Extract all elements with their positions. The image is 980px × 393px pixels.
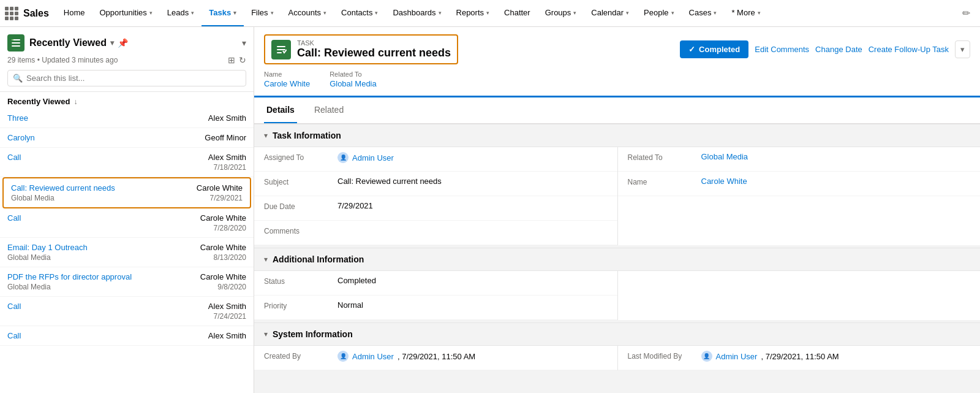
task-type-label: Task bbox=[297, 39, 451, 47]
additional-info-fields: Status Completed ✏ Priority Normal ✏ bbox=[254, 271, 980, 320]
edit-nav-icon[interactable]: ✏ bbox=[957, 5, 975, 21]
header-more-button[interactable]: ▾ bbox=[955, 40, 970, 58]
nav-tasks[interactable]: Tasks ▾ bbox=[202, 0, 244, 26]
chevron-icon: ▾ bbox=[323, 10, 326, 16]
nav-cases[interactable]: Cases ▾ bbox=[682, 0, 725, 26]
list-item[interactable]: Three Alex Smith bbox=[0, 109, 254, 128]
meta-related-value[interactable]: Global Media bbox=[330, 79, 377, 88]
chevron-icon: ▾ bbox=[149, 10, 153, 16]
section-system-info-header[interactable]: ▾ System Information bbox=[254, 322, 980, 346]
chevron-icon: ▾ bbox=[486, 10, 489, 16]
app-launcher[interactable]: Sales bbox=[5, 7, 49, 20]
user-icon: 👤 bbox=[701, 351, 712, 362]
field-comments: Comments ✏ bbox=[254, 221, 617, 245]
main-layout: Recently Viewed ▾ 📌 ▾ 29 items • Updated… bbox=[0, 27, 980, 393]
field-last-modified-by: Last Modified By 👤 Admin User, 7/29/2021… bbox=[618, 346, 981, 370]
svg-rect-4 bbox=[277, 46, 285, 47]
nav-home[interactable]: Home bbox=[56, 0, 92, 26]
list-item[interactable]: Call Alex Smith 7/24/2021 bbox=[0, 297, 254, 326]
create-followup-link[interactable]: Create Follow-Up Task bbox=[869, 45, 949, 54]
sidebar-list-header: Recently Viewed ↓ bbox=[0, 92, 254, 109]
nav-files[interactable]: Files ▾ bbox=[244, 0, 281, 26]
edit-comments-link[interactable]: Edit Comments bbox=[755, 45, 809, 54]
list-item[interactable]: PDF the RFPs for director approval Globa… bbox=[0, 267, 254, 297]
user-icon: 👤 bbox=[337, 152, 349, 163]
chevron-icon: ▾ bbox=[758, 10, 761, 16]
list-item[interactable]: Email: Day 1 Outreach Global Media Carol… bbox=[0, 238, 254, 267]
section-title: Task Information bbox=[273, 131, 341, 140]
chevron-icon: ▾ bbox=[714, 10, 717, 16]
chevron-icon: ▾ bbox=[626, 10, 629, 16]
nav-contacts[interactable]: Contacts ▾ bbox=[334, 0, 385, 26]
nav-opportunities[interactable]: Opportunities ▾ bbox=[92, 0, 160, 26]
system-info-left: Created By 👤 Admin User, 7/29/2021, 11:5… bbox=[254, 346, 617, 370]
list-item[interactable]: Call Carole White 7/28/2020 bbox=[0, 208, 254, 238]
system-info-fields: Created By 👤 Admin User, 7/29/2021, 11:5… bbox=[254, 346, 980, 370]
header-actions: ✓ Completed Edit Comments Change Date Cr… bbox=[680, 40, 970, 58]
list-view-icon bbox=[7, 34, 24, 52]
meta-related-label: Related To bbox=[330, 71, 377, 78]
nav-chatter[interactable]: Chatter bbox=[497, 0, 538, 26]
task-info-left: Assigned To 👤 Admin User ✏ Subject Call:… bbox=[254, 147, 617, 245]
list-item[interactable]: Call Alex Smith 7/18/2021 bbox=[0, 148, 254, 177]
chevron-icon: ▾ bbox=[233, 10, 236, 16]
list-item[interactable]: Call Alex Smith bbox=[0, 326, 254, 346]
section-title: System Information bbox=[273, 329, 353, 339]
detail-header: Task Call: Reviewed current needs ✓ Comp… bbox=[254, 27, 980, 97]
system-info-right: Last Modified By 👤 Admin User, 7/29/2021… bbox=[617, 346, 981, 370]
list-item[interactable]: Carolyn Geoff Minor bbox=[0, 128, 254, 148]
detail-panel: Task Call: Reviewed current needs ✓ Comp… bbox=[254, 27, 980, 393]
sidebar-header: Recently Viewed ▾ 📌 ▾ 29 items • Updated… bbox=[0, 27, 254, 92]
task-title: Call: Reviewed current needs bbox=[297, 47, 451, 59]
svg-rect-6 bbox=[277, 52, 282, 53]
search-box: 🔍 bbox=[7, 70, 246, 86]
task-header-bordered: Task Call: Reviewed current needs bbox=[264, 34, 458, 64]
nav-groups[interactable]: Groups ▾ bbox=[538, 0, 584, 26]
sidebar-dropdown-icon[interactable]: ▾ bbox=[242, 38, 246, 48]
nav-calendar[interactable]: Calendar ▾ bbox=[584, 0, 636, 26]
detail-header-top: Task Call: Reviewed current needs ✓ Comp… bbox=[264, 34, 970, 64]
completed-label: Completed bbox=[699, 45, 740, 54]
nav-dashboards[interactable]: Dashboards ▾ bbox=[385, 0, 448, 26]
sidebar-title-row: Recently Viewed ▾ 📌 ▾ bbox=[7, 34, 246, 52]
chevron-icon: ▾ bbox=[375, 10, 378, 16]
nav-reports[interactable]: Reports ▾ bbox=[449, 0, 497, 26]
svg-rect-1 bbox=[12, 42, 20, 44]
section-chevron-icon: ▾ bbox=[264, 255, 268, 264]
meta-name-label: Name bbox=[264, 71, 310, 78]
tab-details[interactable]: Details bbox=[264, 97, 297, 123]
nav-accounts[interactable]: Accounts ▾ bbox=[281, 0, 334, 26]
list-item-active[interactable]: Call: Reviewed current needs Global Medi… bbox=[2, 177, 251, 208]
app-dots-icon[interactable] bbox=[5, 7, 18, 20]
chevron-icon: ▾ bbox=[439, 10, 442, 16]
additional-info-left: Status Completed ✏ Priority Normal ✏ bbox=[254, 271, 617, 320]
nav-items: Home Opportunities ▾ Leads ▾ Tasks ▾ Fil… bbox=[56, 0, 957, 26]
nav-more[interactable]: * More ▾ bbox=[724, 0, 767, 26]
change-date-link[interactable]: Change Date bbox=[815, 45, 862, 54]
section-task-info-header[interactable]: ▾ Task Information bbox=[254, 124, 980, 147]
refresh-icon[interactable]: ↻ bbox=[239, 55, 246, 65]
detail-header-meta: Name Carole White Related To Global Medi… bbox=[264, 71, 970, 88]
field-status: Status Completed ✏ bbox=[254, 271, 617, 296]
sidebar-actions: ▾ bbox=[242, 38, 246, 48]
field-assigned-to: Assigned To 👤 Admin User ✏ bbox=[254, 147, 617, 172]
field-subject: Subject Call: Reviewed current needs ✏ bbox=[254, 172, 617, 196]
task-icon bbox=[271, 40, 291, 59]
tab-related[interactable]: Related bbox=[312, 97, 346, 123]
completed-button[interactable]: ✓ Completed bbox=[680, 40, 748, 58]
meta-name-value[interactable]: Carole White bbox=[264, 79, 310, 88]
nav-leads[interactable]: Leads ▾ bbox=[160, 0, 202, 26]
section-title: Additional Information bbox=[273, 254, 364, 264]
additional-info-right bbox=[617, 271, 981, 320]
section-chevron-icon: ▾ bbox=[264, 131, 268, 140]
table-view-icon[interactable]: ⊞ bbox=[228, 55, 235, 65]
search-icon: 🔍 bbox=[13, 74, 23, 83]
chevron-icon: ▾ bbox=[671, 10, 674, 16]
search-input[interactable] bbox=[26, 74, 241, 83]
app-name: Sales bbox=[23, 8, 49, 19]
section-additional-info-header[interactable]: ▾ Additional Information bbox=[254, 248, 980, 271]
sidebar-meta: 29 items • Updated 3 minutes ago ⊞ ↻ bbox=[7, 55, 246, 65]
nav-people[interactable]: People ▾ bbox=[636, 0, 681, 26]
sort-arrow-icon[interactable]: ↓ bbox=[74, 97, 77, 106]
sidebar-title[interactable]: Recently Viewed ▾ 📌 bbox=[29, 37, 128, 48]
